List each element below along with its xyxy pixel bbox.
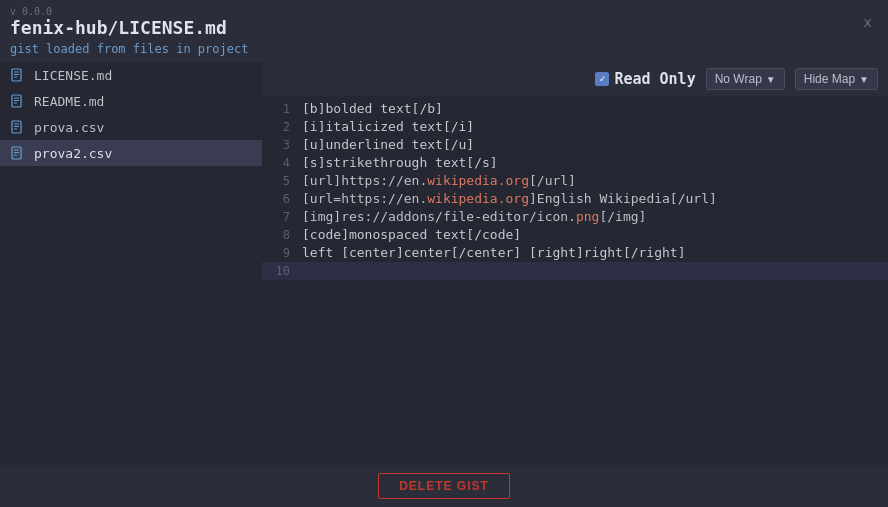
read-only-label: Read Only bbox=[614, 70, 695, 88]
line-content-6: [url=https://en.wikipedia.org]English Wi… bbox=[302, 190, 888, 208]
line-content-4: [s]strikethrough text[/s] bbox=[302, 154, 888, 172]
app-window: v 0.0.0 fenix-hub/LICENSE.md x gist load… bbox=[0, 0, 888, 507]
sidebar-label-prova-csv: prova.csv bbox=[34, 120, 104, 135]
title-bar: v 0.0.0 fenix-hub/LICENSE.md x bbox=[0, 0, 888, 40]
delete-gist-button[interactable]: DELETE GIST bbox=[378, 473, 510, 499]
editor[interactable]: 1 [b]bolded text[/b] 2 [i]italicized tex… bbox=[262, 96, 888, 465]
line-content-1: [b]bolded text[/b] bbox=[302, 100, 888, 118]
hide-map-dropdown[interactable]: Hide Map ▼ bbox=[795, 68, 878, 90]
line-num-8: 8 bbox=[262, 226, 302, 244]
line-num-1: 1 bbox=[262, 100, 302, 118]
hide-map-arrow-icon: ▼ bbox=[859, 74, 869, 85]
sidebar-label-readme: README.md bbox=[34, 94, 104, 109]
line-num-7: 7 bbox=[262, 208, 302, 226]
line-num-5: 5 bbox=[262, 172, 302, 190]
file-icon-prova-csv bbox=[10, 119, 26, 135]
sidebar-item-license[interactable]: LICENSE.md bbox=[0, 62, 262, 88]
read-only-group: Read Only bbox=[595, 70, 695, 88]
line-content-9: left [center]center[/center] [right]righ… bbox=[302, 244, 888, 262]
line-content-2: [i]italicized text[/i] bbox=[302, 118, 888, 136]
read-only-checkbox[interactable] bbox=[595, 72, 609, 86]
line-num-6: 6 bbox=[262, 190, 302, 208]
line-num-4: 4 bbox=[262, 154, 302, 172]
sidebar: LICENSE.md README.md bbox=[0, 62, 262, 465]
hide-map-label: Hide Map bbox=[804, 72, 855, 86]
editor-line-4: 4 [s]strikethrough text[/s] bbox=[262, 154, 888, 172]
editor-line-6: 6 [url=https://en.wikipedia.org]English … bbox=[262, 190, 888, 208]
no-wrap-label: No Wrap bbox=[715, 72, 762, 86]
content-area: Read Only No Wrap ▼ Hide Map ▼ 1 [b]bold… bbox=[262, 62, 888, 465]
editor-line-7: 7 [img]res://addons/file-editor/icon.png… bbox=[262, 208, 888, 226]
line-content-10 bbox=[302, 262, 888, 280]
line-content-7: [img]res://addons/file-editor/icon.png[/… bbox=[302, 208, 888, 226]
sidebar-item-prova-csv[interactable]: prova.csv bbox=[0, 114, 262, 140]
no-wrap-dropdown[interactable]: No Wrap ▼ bbox=[706, 68, 785, 90]
editor-line-9: 9 left [center]center[/center] [right]ri… bbox=[262, 244, 888, 262]
close-button[interactable]: x bbox=[858, 13, 878, 31]
toolbar: Read Only No Wrap ▼ Hide Map ▼ bbox=[262, 62, 888, 96]
sidebar-label-prova2-csv: prova2.csv bbox=[34, 146, 112, 161]
file-icon-license bbox=[10, 67, 26, 83]
editor-line-3: 3 [u]underlined text[/u] bbox=[262, 136, 888, 154]
no-wrap-arrow-icon: ▼ bbox=[766, 74, 776, 85]
version-label: v 0.0.0 bbox=[10, 6, 227, 17]
editor-line-1: 1 [b]bolded text[/b] bbox=[262, 100, 888, 118]
file-icon-readme bbox=[10, 93, 26, 109]
editor-line-2: 2 [i]italicized text[/i] bbox=[262, 118, 888, 136]
read-only-checkbox-wrapper[interactable]: Read Only bbox=[595, 70, 695, 88]
sidebar-item-prova2-csv[interactable]: prova2.csv bbox=[0, 140, 262, 166]
main-area: LICENSE.md README.md bbox=[0, 62, 888, 465]
line-num-9: 9 bbox=[262, 244, 302, 262]
subtitle: gist loaded from files in project bbox=[0, 40, 888, 62]
line-content-5: [url]https://en.wikipedia.org[/url] bbox=[302, 172, 888, 190]
line-num-10: 10 bbox=[262, 262, 302, 280]
line-content-8: [code]monospaced text[/code] bbox=[302, 226, 888, 244]
sidebar-label-license: LICENSE.md bbox=[34, 68, 112, 83]
file-icon-prova2-csv bbox=[10, 145, 26, 161]
line-content-3: [u]underlined text[/u] bbox=[302, 136, 888, 154]
title-bar-left: v 0.0.0 fenix-hub/LICENSE.md bbox=[10, 6, 227, 38]
editor-line-10: 10 bbox=[262, 262, 888, 280]
line-num-2: 2 bbox=[262, 118, 302, 136]
editor-line-8: 8 [code]monospaced text[/code] bbox=[262, 226, 888, 244]
sidebar-item-readme[interactable]: README.md bbox=[0, 88, 262, 114]
editor-line-5: 5 [url]https://en.wikipedia.org[/url] bbox=[262, 172, 888, 190]
line-num-3: 3 bbox=[262, 136, 302, 154]
app-title: fenix-hub/LICENSE.md bbox=[10, 17, 227, 38]
footer: DELETE GIST bbox=[0, 465, 888, 507]
